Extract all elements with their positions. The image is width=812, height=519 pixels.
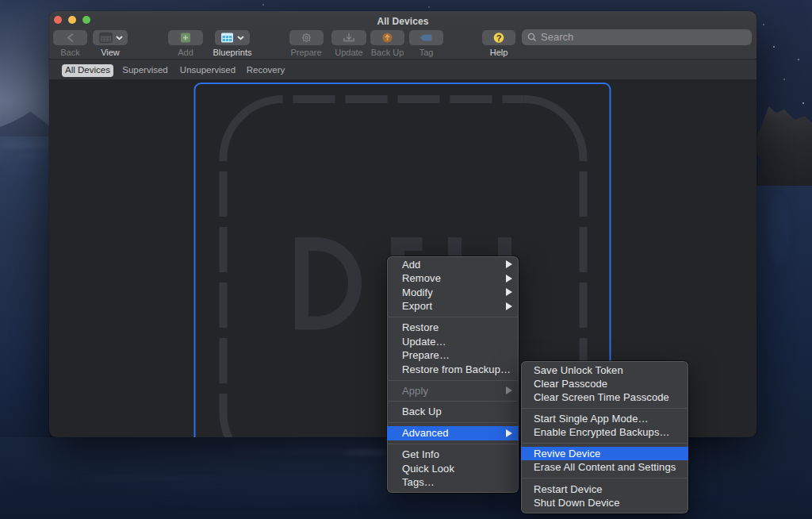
svg-text:?: ? bbox=[496, 33, 502, 43]
